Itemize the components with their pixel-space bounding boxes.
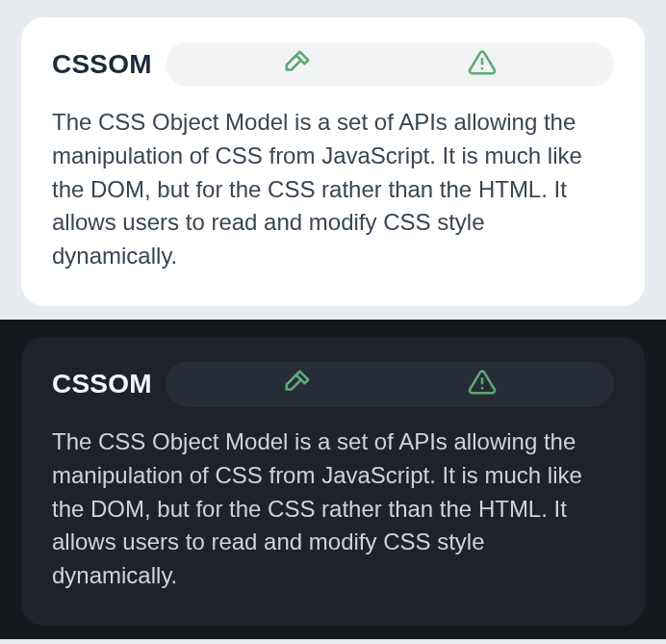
warning-icon bbox=[468, 48, 497, 81]
card-light: CSSOM The CSS Object Model is a bbox=[21, 17, 645, 306]
card-header: CSSOM bbox=[52, 362, 614, 406]
warning-icon bbox=[468, 368, 497, 400]
card-header: CSSOM bbox=[52, 42, 614, 87]
hammer-icon bbox=[283, 48, 312, 81]
hammer-icon bbox=[283, 368, 312, 400]
card-title: CSSOM bbox=[52, 369, 152, 399]
light-section: CSSOM The CSS Object Model is a bbox=[0, 0, 666, 320]
dark-section: CSSOM The CSS Object Model is a bbox=[0, 320, 666, 639]
card-body: The CSS Object Model is a set of APIs al… bbox=[52, 106, 614, 273]
card-body: The CSS Object Model is a set of APIs al… bbox=[52, 425, 614, 593]
card-dark: CSSOM The CSS Object Model is a bbox=[21, 337, 645, 626]
card-title: CSSOM bbox=[52, 49, 152, 80]
status-pill bbox=[166, 362, 614, 406]
status-pill bbox=[166, 42, 614, 87]
